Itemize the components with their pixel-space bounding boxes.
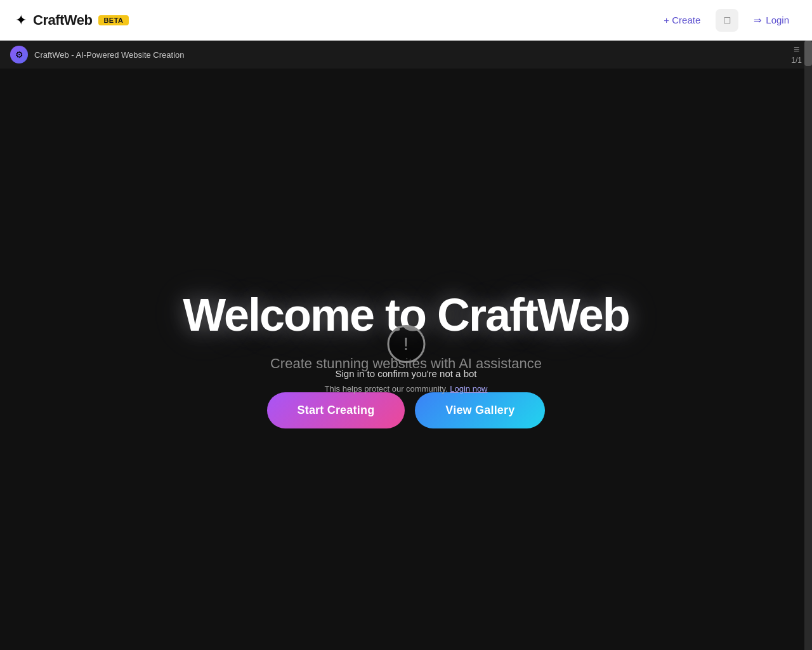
hero-title: Welcome to CraftWeb bbox=[183, 290, 629, 340]
navbar-brand: ✦ CraftWeb BETA bbox=[15, 12, 656, 29]
device-icon-button[interactable]: □ bbox=[716, 9, 738, 32]
secondary-bar: ⚙ CraftWeb - AI-Powered Website Creation… bbox=[0, 41, 812, 69]
hero-section: Welcome to CraftWeb Create stunning webs… bbox=[183, 290, 629, 428]
hero-subtitle: Create stunning websites with AI assista… bbox=[270, 355, 542, 372]
brand-name: CraftWeb bbox=[33, 12, 92, 29]
login-label: Login bbox=[766, 15, 789, 25]
beta-badge: BETA bbox=[98, 15, 128, 25]
page-counter: 1/1 bbox=[791, 56, 802, 65]
create-button[interactable]: + Create bbox=[656, 10, 708, 30]
menu-lines-icon: ≡ bbox=[794, 44, 799, 55]
page-counter-area: ≡ 1/1 bbox=[791, 44, 802, 65]
craftweb-icon: ✦ bbox=[15, 12, 27, 29]
login-button[interactable]: ⇒ Login bbox=[746, 10, 797, 31]
view-gallery-button[interactable]: View Gallery bbox=[415, 392, 545, 428]
scrollbar[interactable] bbox=[804, 41, 812, 650]
site-title: CraftWeb - AI-Powered Website Creation bbox=[34, 50, 185, 60]
start-creating-button[interactable]: Start Creating bbox=[267, 392, 405, 428]
navbar: ✦ CraftWeb BETA + Create □ ⇒ Login bbox=[0, 0, 812, 41]
favicon-icon: ⚙ bbox=[15, 50, 23, 60]
navbar-actions: + Create □ ⇒ Login bbox=[656, 9, 797, 32]
hero-buttons: Start Creating View Gallery bbox=[267, 392, 546, 428]
scrollbar-thumb[interactable] bbox=[804, 41, 812, 66]
main-content: Welcome to CraftWeb Create stunning webs… bbox=[0, 69, 812, 650]
login-arrow-icon: ⇒ bbox=[754, 15, 762, 26]
site-favicon: ⚙ bbox=[10, 46, 28, 63]
